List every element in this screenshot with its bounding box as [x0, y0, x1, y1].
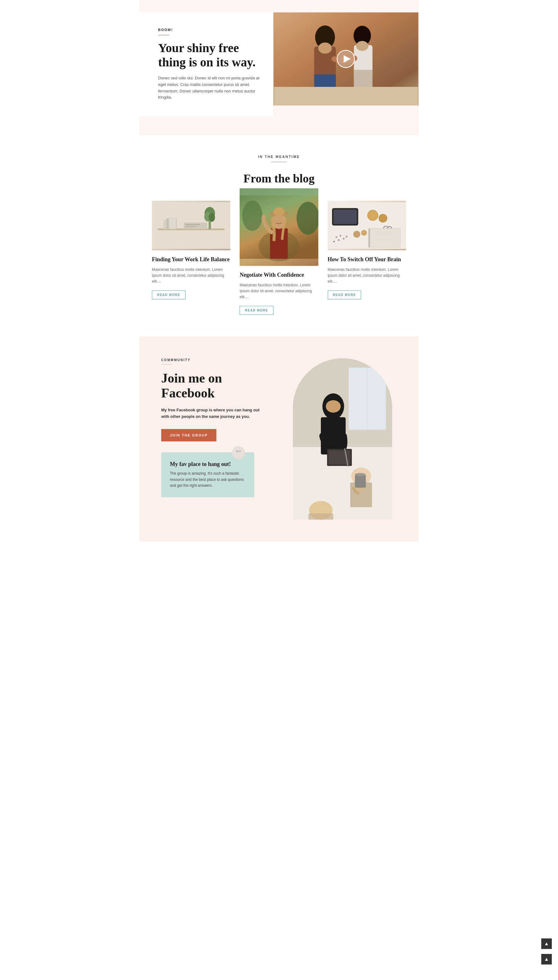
svg-point-36: [368, 210, 378, 220]
blog-eyebrow: IN THE MEANTIME: [258, 155, 300, 158]
svg-rect-20: [185, 226, 197, 227]
blog-card-title-3: How To Switch Off Your Brain: [328, 256, 406, 263]
community-left: COMMMUNITY Join me on Facebook My free F…: [161, 358, 267, 497]
quote-text: The group is amazing. It's such a fantas…: [170, 470, 246, 488]
read-more-btn-3[interactable]: READ MORE: [328, 290, 361, 299]
svg-rect-69: [349, 368, 386, 430]
blog-card-3: How To Switch Off Your Brain Maecenas fa…: [328, 201, 406, 299]
svg-rect-49: [368, 229, 370, 247]
svg-point-26: [243, 201, 263, 231]
svg-rect-10: [274, 87, 418, 105]
hero-image: [273, 12, 419, 105]
blog-card-body-1: Maecenas faucibus mollis interdum. Lorem…: [152, 267, 230, 285]
hero-image-svg: [273, 12, 419, 105]
quote-title: My fav place to hang out!: [170, 461, 246, 467]
svg-point-47: [346, 236, 348, 238]
svg-point-44: [338, 239, 340, 241]
blog-image-2: [240, 188, 318, 266]
svg-point-32: [273, 207, 285, 216]
blog-section: IN THE MEANTIME From the blog: [140, 135, 419, 336]
blog-card-2: Negotiate With Confidence Maecenas fauci…: [240, 188, 318, 315]
svg-point-43: [340, 235, 341, 237]
hero-eyebrow-divider: [158, 35, 169, 35]
blog-card-body-2: Maecenas faucibus mollis interdum. Lorem…: [240, 282, 318, 300]
blog-title: From the blog: [152, 171, 406, 185]
join-group-button[interactable]: JOIN THE GROUP: [161, 429, 217, 441]
svg-point-45: [343, 238, 345, 240]
read-more-btn-2[interactable]: READ MORE: [240, 306, 273, 315]
hero-eyebrow: BOOM!: [158, 28, 261, 32]
community-section: COMMMUNITY Join me on Facebook My free F…: [140, 337, 419, 541]
svg-point-60: [326, 400, 341, 413]
svg-point-42: [335, 236, 337, 238]
svg-rect-67: [355, 475, 366, 488]
svg-point-4: [318, 43, 332, 54]
svg-point-41: [361, 230, 367, 236]
blog-img-svg-1: [152, 201, 230, 250]
svg-point-40: [353, 231, 360, 238]
svg-rect-48: [368, 229, 400, 247]
hero-body: Donec sed odio dui. Donec id elit non mi…: [158, 75, 261, 101]
community-image: [293, 358, 392, 520]
svg-point-37: [379, 214, 387, 222]
hero-left: BOOM! Your shiny free thing is on its wa…: [140, 12, 273, 116]
blog-eyebrow-line: [271, 162, 287, 162]
hero-right: [273, 12, 419, 116]
blog-img-svg-3: [328, 201, 406, 250]
svg-point-68: [355, 473, 366, 476]
svg-rect-35: [333, 209, 356, 224]
hero-section: BOOM! Your shiny free thing is on its wa…: [140, 0, 419, 135]
blog-card-title-1: Finding Your Work Life Balance: [152, 256, 230, 263]
svg-rect-18: [184, 222, 207, 229]
blog-image-1: [152, 201, 230, 250]
read-more-btn-1[interactable]: READ MORE: [152, 290, 186, 299]
svg-point-46: [333, 240, 335, 242]
svg-rect-71: [309, 513, 333, 520]
community-body: My free Facebook group is where you can …: [161, 407, 267, 420]
community-img-svg: [293, 358, 392, 520]
blog-card-body-3: Maecenas faucibus mollis interdum. Lorem…: [328, 267, 406, 285]
quote-card: “” My fav place to hang out! The group i…: [161, 452, 254, 497]
svg-rect-17: [169, 217, 176, 229]
svg-rect-19: [185, 224, 200, 225]
blog-eyebrow-wrap: IN THE MEANTIME: [152, 154, 406, 162]
quote-icon: “”: [232, 446, 245, 459]
svg-point-24: [208, 213, 215, 222]
community-eyebrow: COMMMUNITY: [161, 358, 267, 362]
community-eyebrow-line: [161, 364, 172, 365]
community-right: [285, 358, 400, 520]
blog-image-3: [328, 201, 406, 250]
svg-point-7: [356, 41, 369, 51]
blog-card-title-2: Negotiate With Confidence: [240, 271, 318, 279]
hero-title: Your shiny free thing is on its way.: [158, 41, 261, 69]
community-title: Join me on Facebook: [161, 371, 267, 401]
blog-img-svg-2: [240, 188, 318, 266]
blog-grid: Finding Your Work Life Balance Maecenas …: [152, 201, 406, 315]
blog-card-1: Finding Your Work Life Balance Maecenas …: [152, 201, 230, 299]
